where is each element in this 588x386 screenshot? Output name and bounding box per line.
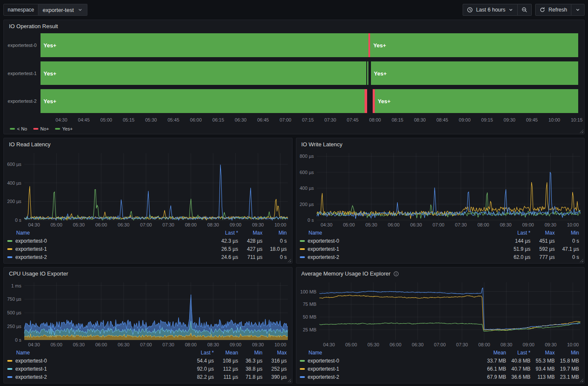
- svg-text:06:00: 06:00: [388, 222, 400, 227]
- panel-header[interactable]: IO Write Latency: [296, 138, 585, 150]
- state-timeline-chart[interactable]: exportertest-0Yes+Yes+exportertest-1Yes+…: [4, 32, 584, 124]
- svg-text:05:00: 05:00: [51, 342, 63, 347]
- svg-text:0 s: 0 s: [15, 337, 21, 342]
- series-name[interactable]: exportertest-1: [300, 246, 507, 252]
- legend-col-mean[interactable]: Mean: [482, 350, 506, 356]
- legend-col-min[interactable]: Min: [263, 230, 287, 236]
- memory-usage-chart[interactable]: 04:3005:0005:3006:0006:3007:0007:3008:00…: [296, 279, 585, 348]
- io-write-latency-chart[interactable]: 04:3005:0005:3006:0006:3007:0007:3008:00…: [296, 150, 585, 229]
- legend-item[interactable]: < No: [10, 126, 27, 131]
- legend-item[interactable]: No+: [33, 126, 49, 131]
- legend-row[interactable]: exportertest-0 144 µs 451 µs 0 s: [300, 237, 579, 245]
- cpu-usage-svg: 04:3005:0005:3006:0006:3007:0007:3008:00…: [4, 279, 292, 348]
- x-tick-label: 08:45: [436, 117, 448, 122]
- svg-text:750 µs: 750 µs: [7, 296, 22, 302]
- x-tick-label: 04:45: [78, 117, 90, 122]
- timeline-segment-yes[interactable]: Yes+: [41, 89, 365, 113]
- svg-text:07:30: 07:30: [162, 222, 174, 227]
- chevron-down-icon: [78, 7, 83, 12]
- series-name[interactable]: exportertest-2: [300, 254, 507, 260]
- legend-col-name[interactable]: Name: [7, 350, 190, 356]
- legend-col-max[interactable]: Max: [530, 230, 555, 236]
- series-swatch: [7, 360, 12, 362]
- io-read-latency-chart[interactable]: 04:3005:0005:3006:0006:3007:0007:3008:00…: [4, 150, 292, 229]
- legend-col-name[interactable]: Name: [7, 230, 214, 236]
- time-range-picker[interactable]: Last 6 hours: [463, 4, 518, 16]
- zoom-out-button[interactable]: [518, 4, 532, 16]
- stat-min: 0 s: [263, 238, 287, 244]
- legend-swatch: [33, 128, 38, 130]
- svg-text:07:00: 07:00: [140, 342, 152, 347]
- timeline-segment-lt_no[interactable]: [367, 61, 368, 85]
- legend-col-mean[interactable]: Mean: [214, 350, 238, 356]
- legend-row[interactable]: exportertest-2 82.2 µs 111 µs 71.8 µs 39…: [7, 373, 287, 381]
- legend-col-name[interactable]: Name: [300, 350, 482, 356]
- legend-row[interactable]: exportertest-2 67.9 MB 36.6 MB 113 MB 23…: [300, 373, 579, 381]
- legend-col-min[interactable]: Min: [238, 350, 263, 356]
- legend-row[interactable]: exportertest-1 92.0 µs 112 µs 38.8 µs 25…: [7, 365, 287, 373]
- svg-text:400 µs: 400 µs: [7, 180, 22, 186]
- legend-row[interactable]: exportertest-0 54.4 µs 108 µs 36.3 µs 31…: [7, 357, 287, 365]
- legend-col-last[interactable]: Last *: [190, 350, 214, 356]
- legend-col-last[interactable]: Last *: [214, 230, 238, 236]
- series-name[interactable]: exportertest-0: [300, 238, 507, 244]
- timeline-segment-yes[interactable]: Yes+: [371, 61, 578, 85]
- panel-io-operation-result: IO Operation Result exportertest-0Yes+Ye…: [3, 20, 585, 134]
- legend-item[interactable]: Yes+: [55, 126, 72, 131]
- legend-row[interactable]: exportertest-2 24.6 µs 711 µs 0 s: [7, 253, 287, 261]
- stat-min: 18.0 µs: [263, 246, 287, 252]
- series-name[interactable]: exportertest-2: [7, 254, 214, 260]
- panel-header[interactable]: CPU Usage IO Exporter: [4, 267, 292, 279]
- legend-col-max[interactable]: Max: [263, 350, 287, 356]
- timeline-segment-yes[interactable]: Yes+: [370, 33, 578, 57]
- legend-row[interactable]: exportertest-0 42.3 µs 428 µs 0 s: [7, 237, 287, 245]
- svg-text:400 µs: 400 µs: [299, 186, 314, 191]
- legend-col-min[interactable]: Min: [555, 230, 579, 236]
- refresh-button[interactable]: Refresh: [535, 4, 571, 16]
- refresh-interval-dropdown[interactable]: [571, 4, 585, 16]
- legend-col-max[interactable]: Max: [530, 350, 555, 356]
- timeline-segment-yes[interactable]: Yes+: [41, 61, 366, 85]
- panel-header[interactable]: Average Memory Usage IO Explorer: [296, 267, 585, 279]
- legend-col-last[interactable]: Last *: [506, 230, 530, 236]
- namespace-variable-select[interactable]: exporter-test: [38, 4, 87, 16]
- x-tick-label: 07:45: [347, 117, 359, 122]
- legend-col-name[interactable]: Name: [300, 230, 507, 236]
- stat-mean: 33.7 MB: [482, 358, 506, 364]
- svg-text:100 MB: 100 MB: [300, 289, 316, 294]
- series-name[interactable]: exportertest-1: [7, 246, 214, 252]
- series-name[interactable]: exportertest-1: [300, 366, 482, 372]
- timeline-segment-yes[interactable]: Yes+: [375, 89, 578, 113]
- timeline-segment-no_plus[interactable]: [365, 89, 367, 113]
- stat-min: 19.7 MB: [555, 366, 579, 372]
- legend-col-min[interactable]: Min: [555, 350, 579, 356]
- legend-row[interactable]: exportertest-1 26.5 µs 427 µs 18.0 µs: [7, 245, 287, 253]
- series-name[interactable]: exportertest-0: [7, 238, 214, 244]
- legend-table-header: Name Mean Last * Max Min: [300, 349, 579, 357]
- timeline-segment-yes[interactable]: Yes+: [41, 33, 368, 57]
- series-name[interactable]: exportertest-0: [300, 358, 482, 364]
- series-name[interactable]: exportertest-0: [7, 358, 190, 364]
- series-name[interactable]: exportertest-2: [300, 374, 482, 380]
- svg-text:10:00: 10:00: [567, 222, 579, 227]
- cpu-usage-chart[interactable]: 04:3005:0005:3006:0006:3007:0007:3008:00…: [4, 279, 292, 348]
- stat-max: 428 µs: [238, 238, 263, 244]
- svg-text:08:30: 08:30: [207, 342, 219, 347]
- panel-header[interactable]: IO Read Latency: [4, 138, 292, 150]
- clock-icon: [467, 7, 473, 13]
- series-swatch: [7, 240, 12, 242]
- legend-row[interactable]: exportertest-0 33.7 MB 40.8 MB 55.3 MB 1…: [300, 357, 579, 365]
- legend-table-header: Name Last * Max Min: [300, 229, 579, 237]
- legend-row[interactable]: exportertest-1 66.1 MB 40.7 MB 93.4 MB 1…: [300, 365, 579, 373]
- series-name[interactable]: exportertest-2: [7, 374, 190, 380]
- stat-min: 0 s: [555, 254, 579, 260]
- svg-text:09:30: 09:30: [252, 342, 264, 347]
- info-icon[interactable]: [393, 271, 399, 277]
- legend-row[interactable]: exportertest-1 51.9 µs 592 µs 47.1 µs: [300, 245, 579, 253]
- legend-row[interactable]: exportertest-2 62.0 µs 777 µs 0 s: [300, 253, 579, 261]
- panel-header[interactable]: IO Operation Result: [4, 20, 584, 32]
- legend-col-max[interactable]: Max: [238, 230, 263, 236]
- legend-col-last[interactable]: Last *: [506, 350, 530, 356]
- x-tick-label: 09:30: [504, 117, 516, 122]
- series-name[interactable]: exportertest-1: [7, 366, 190, 372]
